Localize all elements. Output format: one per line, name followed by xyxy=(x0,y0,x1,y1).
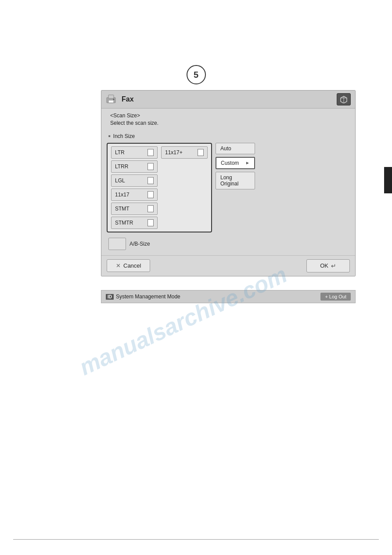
right-options: Auto Custom ► LongOriginal xyxy=(216,133,255,189)
option-btn-auto[interactable]: Auto xyxy=(216,143,255,154)
empty-slot-5 xyxy=(161,217,208,229)
cube-icon xyxy=(340,95,348,103)
size-btn-stmt[interactable]: STMT xyxy=(111,203,158,215)
cancel-label: Cancel xyxy=(123,262,141,269)
size-grid: LTR 11x17+ LTRR xyxy=(111,146,208,229)
dialog-titlebar: Fax xyxy=(101,91,355,109)
right-tab xyxy=(384,167,392,193)
ab-section: A/B-Size xyxy=(107,238,212,250)
svg-rect-2 xyxy=(108,100,114,103)
size-btn-ltrr[interactable]: LTRR xyxy=(111,160,158,173)
ok-label: OK xyxy=(320,262,328,269)
dialog-3d-icon[interactable] xyxy=(337,93,351,105)
11x17-icon xyxy=(147,191,154,198)
fax-icon xyxy=(106,94,118,105)
empty-slot-2 xyxy=(161,174,208,187)
instruction-line2: Select the scan size. xyxy=(110,120,346,127)
inch-section: Inch Size LTR 11x17+ xyxy=(107,133,212,250)
lgl-icon xyxy=(147,177,154,184)
system-bar: ID System Management Mode + Log Out xyxy=(101,290,356,303)
sizes-container: Inch Size LTR 11x17+ xyxy=(107,133,350,250)
size-btn-ltr[interactable]: LTR xyxy=(111,146,158,159)
svg-rect-1 xyxy=(108,95,114,98)
svg-point-3 xyxy=(113,99,115,100)
cancel-button[interactable]: ✕ Cancel xyxy=(107,259,150,272)
stmtr-icon xyxy=(147,219,154,226)
x-icon: ✕ xyxy=(116,262,121,269)
dialog-content: Inch Size LTR 11x17+ xyxy=(101,130,355,255)
id-badge: ID xyxy=(106,294,114,300)
instruction-line1: <Scan Size> xyxy=(110,112,346,120)
page-wrapper: 5 Fax xyxy=(0,0,392,555)
ab-size-label: A/B-Size xyxy=(129,241,150,247)
step-number: 5 xyxy=(187,65,206,84)
empty-slot-1 xyxy=(161,160,208,173)
ab-btn[interactable] xyxy=(108,238,126,250)
dialog-buttons: ✕ Cancel OK ↵ xyxy=(101,255,355,276)
system-bar-left: ID System Management Mode xyxy=(106,294,180,300)
bottom-line xyxy=(13,539,379,540)
custom-label: Custom xyxy=(221,160,239,166)
logout-label: + Log Out xyxy=(325,294,346,299)
inch-size-label: Inch Size xyxy=(107,133,212,139)
logout-button[interactable]: + Log Out xyxy=(320,293,351,301)
inch-grid-box: LTR 11x17+ LTRR xyxy=(107,143,212,232)
chevron-right-icon: ► xyxy=(245,160,250,165)
size-btn-lgl[interactable]: LGL xyxy=(111,174,158,187)
empty-slot-4 xyxy=(161,203,208,215)
step-number-text: 5 xyxy=(194,70,198,80)
system-mode-text: System Management Mode xyxy=(116,294,180,300)
ok-button[interactable]: OK ↵ xyxy=(306,259,350,272)
dialog-title: Fax xyxy=(122,95,134,103)
ltr-icon xyxy=(147,149,154,156)
size-btn-stmtr[interactable]: STMTR xyxy=(111,217,158,229)
ltrr-icon xyxy=(147,163,154,170)
dialog-container: Fax <Scan Size> Select the scan size. xyxy=(101,90,356,276)
watermark: manualsarchive.com xyxy=(75,261,291,381)
empty-slot-3 xyxy=(161,189,208,201)
size-btn-11x17plus[interactable]: 11x17+ xyxy=(161,146,208,159)
enter-icon: ↵ xyxy=(331,262,336,269)
11x17plus-icon xyxy=(198,149,204,156)
size-btn-11x17[interactable]: 11x17 xyxy=(111,189,158,201)
option-btn-long-original[interactable]: LongOriginal xyxy=(216,172,255,189)
option-btn-custom[interactable]: Custom ► xyxy=(216,157,255,169)
scan-instructions: <Scan Size> Select the scan size. xyxy=(101,109,355,130)
stmt-icon xyxy=(147,205,154,212)
title-left: Fax xyxy=(106,94,134,105)
